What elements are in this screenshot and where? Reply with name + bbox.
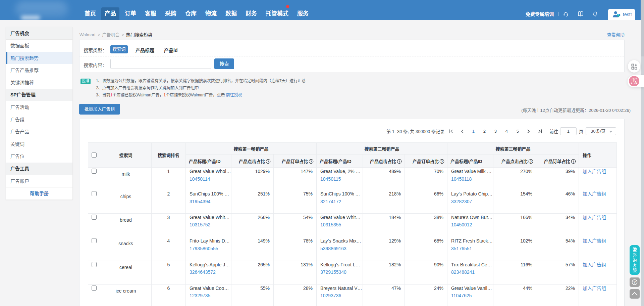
svg-text:?: ? bbox=[398, 160, 400, 163]
svg-text:?: ? bbox=[573, 160, 574, 163]
svg-text:A: A bbox=[634, 81, 637, 85]
svg-text:?: ? bbox=[310, 160, 312, 163]
svg-text:?: ? bbox=[267, 160, 269, 163]
svg-text:?: ? bbox=[530, 160, 532, 163]
svg-text:?: ? bbox=[634, 280, 636, 284]
svg-text:?: ? bbox=[441, 160, 443, 163]
